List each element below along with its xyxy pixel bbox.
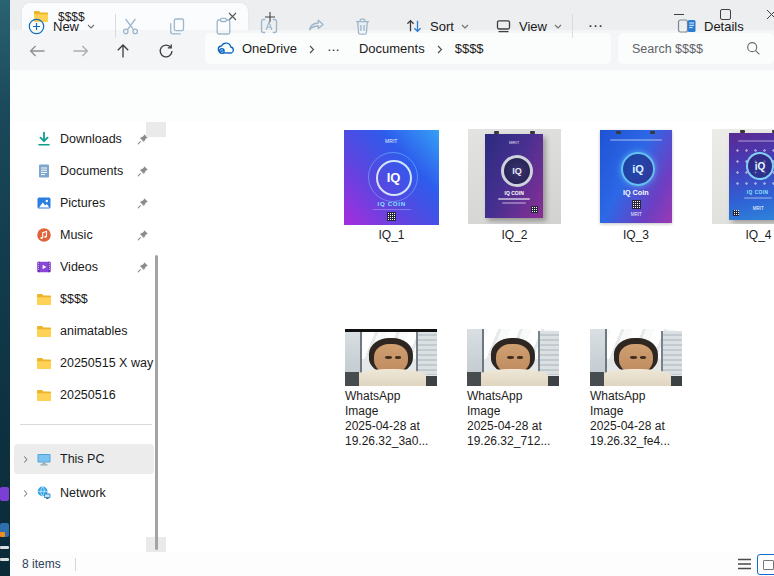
iq-logo: IQ	[501, 155, 533, 187]
file-name[interactable]: WhatsAppImage 2025-04-28 at19.26.32_3a0.…	[345, 389, 449, 449]
items-count: 8 items	[22, 557, 61, 571]
pin-icon	[134, 261, 152, 273]
onedrive-icon	[217, 42, 236, 55]
chevron-expand-icon[interactable]	[14, 489, 36, 498]
iq-logo: iQ	[621, 152, 655, 186]
sidebar-item-folder[interactable]: 20250515 X way	[14, 348, 154, 378]
sidebar-item-music[interactable]: Music	[14, 220, 154, 250]
sidebar-item-documents[interactable]: Documents	[14, 156, 154, 186]
thumbnail-view-button[interactable]	[757, 554, 774, 575]
sidebar-item-folder[interactable]: animatables	[14, 316, 154, 346]
videos-icon	[36, 259, 60, 275]
rename-button[interactable]	[251, 10, 287, 42]
sidebar-divider	[20, 424, 152, 425]
sidebar-item-this-pc[interactable]: This PC	[14, 444, 154, 474]
file-name[interactable]: IQ_4	[712, 228, 774, 243]
pictures-icon	[36, 195, 60, 211]
breadcrumb-item-documents[interactable]: Documents	[353, 41, 431, 56]
chevron-right-icon[interactable]	[309, 45, 315, 54]
status-divider	[75, 558, 76, 571]
chevron-down-icon	[554, 24, 562, 29]
command-bar	[10, 70, 774, 123]
see-more-button[interactable]: …	[578, 10, 614, 42]
desktop-wallpaper-strip	[0, 0, 10, 576]
this-pc-icon	[36, 451, 60, 467]
details-pane-button[interactable]: Details	[668, 10, 753, 42]
breadcrumb-item-onedrive[interactable]: OneDrive	[236, 41, 303, 56]
file-thumbnail-whatsapp-image[interactable]	[467, 329, 559, 386]
details-pane-icon	[677, 18, 697, 34]
sort-button[interactable]: Sort	[396, 10, 478, 42]
file-explorer-window: $$$$ OneDrive … Documents $	[0, 0, 774, 576]
sidebar-item-downloads[interactable]: Downloads	[14, 124, 154, 154]
file-name[interactable]: WhatsAppImage 2025-04-28 at19.26.32_fe4.…	[590, 389, 694, 449]
documents-icon	[36, 163, 60, 179]
cut-button[interactable]	[112, 10, 148, 42]
share-button[interactable]	[298, 10, 334, 42]
file-thumbnail-iq1[interactable]: MRIT IQ IQ COIN	[344, 130, 439, 225]
breadcrumb-item-current[interactable]: $$$$	[449, 41, 490, 56]
scrollbar-up-button[interactable]	[146, 122, 166, 137]
files-view: MRIT IQ IQ COIN IQ_1 MRIT IQ IQ COIN IQ_…	[168, 122, 774, 552]
pin-icon	[134, 197, 152, 209]
file-thumbnail-whatsapp-image[interactable]	[345, 329, 437, 386]
details-button-label: Details	[704, 19, 744, 34]
status-bar: 8 items	[10, 552, 774, 576]
desktop-icon-label	[0, 558, 9, 561]
qr-code	[733, 210, 739, 216]
file-thumbnail-iq4[interactable]: iQ IQ COIN MRIT	[712, 129, 774, 224]
qr-code	[632, 200, 641, 209]
sort-icon	[405, 18, 423, 34]
sidebar-item-network[interactable]: Network	[14, 478, 154, 508]
new-button-label: New	[53, 19, 79, 34]
pin-icon	[134, 229, 152, 241]
new-button[interactable]: New	[18, 10, 105, 42]
more-dots-label: …	[588, 13, 605, 31]
view-button[interactable]: View	[486, 10, 571, 42]
desktop-shortcut-icon[interactable]	[0, 523, 9, 537]
pin-icon	[134, 165, 152, 177]
paste-button[interactable]	[205, 10, 241, 42]
chevron-down-icon	[461, 24, 469, 29]
sidebar-item-folder[interactable]: 20250516	[14, 380, 154, 410]
list-view-button[interactable]	[735, 556, 753, 572]
delete-button[interactable]	[344, 10, 380, 42]
view-button-label: View	[519, 19, 547, 34]
chevron-down-icon	[87, 24, 95, 29]
network-icon	[36, 485, 60, 501]
folder-icon	[36, 389, 60, 402]
qr-code	[387, 212, 396, 221]
folder-icon	[36, 357, 60, 370]
file-name[interactable]: IQ_3	[600, 228, 672, 243]
iq-logo: iQ	[746, 152, 774, 180]
search-input[interactable]	[618, 41, 744, 57]
music-icon	[36, 227, 60, 243]
chevron-right-icon[interactable]	[437, 45, 443, 54]
sort-button-label: Sort	[430, 19, 454, 34]
iq-logo: IQ	[376, 160, 412, 196]
poster-image: iQ IQ COIN MRIT	[729, 133, 774, 220]
file-name[interactable]: WhatsAppImage 2025-04-28 at19.26.32_712.…	[467, 389, 571, 449]
sidebar-item-pictures[interactable]: Pictures	[14, 188, 154, 218]
file-name[interactable]: IQ_2	[468, 228, 561, 243]
copy-button[interactable]	[159, 10, 195, 42]
qr-code	[531, 206, 538, 213]
chevron-expand-icon[interactable]	[14, 455, 36, 464]
sidebar-item-videos[interactable]: Videos	[14, 252, 154, 282]
search-icon	[746, 41, 761, 56]
desktop-icon[interactable]	[0, 487, 9, 501]
downloads-icon	[36, 131, 60, 147]
sidebar-scrollbar-thumb[interactable]	[155, 255, 158, 550]
desktop-icon-label	[0, 546, 9, 549]
file-thumbnail-iq2[interactable]: MRIT IQ IQ COIN	[468, 129, 561, 224]
navigation-pane: Downloads Documents Pictures Music Video…	[10, 122, 168, 552]
file-thumbnail-whatsapp-image[interactable]	[590, 329, 682, 386]
folder-icon	[36, 325, 60, 338]
file-thumbnail-iq3[interactable]: iQ IQ Coin MRIT	[600, 130, 672, 223]
file-name[interactable]: IQ_1	[344, 228, 439, 243]
new-plus-icon	[28, 18, 45, 35]
view-icon	[495, 18, 512, 34]
poster-image: MRIT IQ IQ COIN	[485, 134, 543, 218]
toolbar-divider	[572, 14, 573, 38]
sidebar-item-folder[interactable]: $$$$	[14, 284, 154, 314]
